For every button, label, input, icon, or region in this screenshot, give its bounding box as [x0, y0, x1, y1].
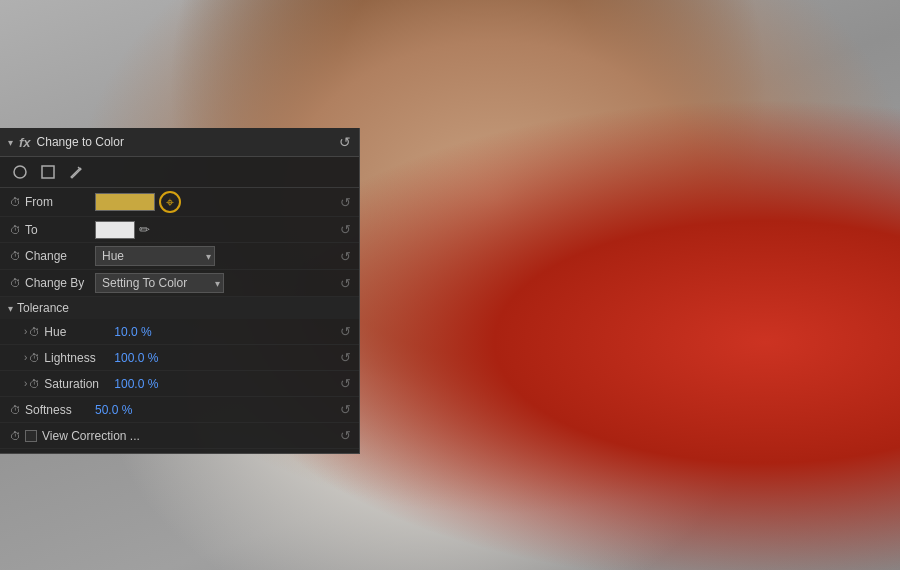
- hue-value[interactable]: 10.0 %: [114, 325, 151, 339]
- from-label: From: [25, 195, 95, 209]
- saturation-value[interactable]: 100.0 %: [114, 377, 158, 391]
- hue-expander[interactable]: ›: [24, 326, 27, 337]
- saturation-timer-icon[interactable]: ⏱: [29, 378, 40, 390]
- change-by-label: Change By: [25, 276, 95, 290]
- saturation-label: Saturation: [44, 377, 114, 391]
- change-dropdown-wrapper: Hue Hue & Saturation Color All: [95, 246, 215, 266]
- change-reset-button[interactable]: ↺: [340, 249, 351, 264]
- view-correction-row: ⏱ View Correction ... ↺: [0, 423, 359, 449]
- svg-point-0: [14, 166, 26, 178]
- softness-reset-button[interactable]: ↺: [340, 402, 351, 417]
- from-reset-button[interactable]: ↺: [340, 195, 351, 210]
- to-row: ⏱ To ✏ ↺: [0, 217, 359, 243]
- change-dropdown[interactable]: Hue Hue & Saturation Color All: [95, 246, 215, 266]
- svg-rect-1: [42, 166, 54, 178]
- saturation-reset-button[interactable]: ↺: [340, 376, 351, 391]
- collapse-arrow[interactable]: ▾: [8, 137, 13, 148]
- to-label: To: [25, 223, 95, 237]
- hue-reset-button[interactable]: ↺: [340, 324, 351, 339]
- to-pen-icon[interactable]: ✏: [139, 222, 150, 237]
- pen-tool[interactable]: [66, 162, 86, 182]
- softness-row: ⏱ Softness 50.0 % ↺: [0, 397, 359, 423]
- hue-row: › ⏱ Hue 10.0 % ↺: [0, 319, 359, 345]
- fx-badge: fx: [19, 135, 31, 150]
- lightness-label: Lightness: [44, 351, 114, 365]
- change-by-dropdown-wrapper: Setting To Color Changing Color By: [95, 273, 224, 293]
- softness-timer-icon[interactable]: ⏱: [10, 404, 21, 416]
- tools-row: [0, 157, 359, 188]
- lightness-row: › ⏱ Lightness 100.0 % ↺: [0, 345, 359, 371]
- change-label: Change: [25, 249, 95, 263]
- softness-value[interactable]: 50.0 %: [95, 403, 132, 417]
- view-correction-label: View Correction ...: [42, 429, 140, 443]
- from-timer-icon[interactable]: ⏱: [10, 196, 21, 208]
- view-correction-reset-button[interactable]: ↺: [340, 428, 351, 443]
- ellipse-tool[interactable]: [10, 162, 30, 182]
- panel-header: ▾ fx Change to Color ↺: [0, 128, 359, 157]
- panel-title: Change to Color: [37, 135, 333, 149]
- lightness-value[interactable]: 100.0 %: [114, 351, 158, 365]
- hue-label: Hue: [44, 325, 114, 339]
- change-timer-icon[interactable]: ⏱: [10, 250, 21, 262]
- saturation-expander[interactable]: ›: [24, 378, 27, 389]
- change-by-row: ⏱ Change By Setting To Color Changing Co…: [0, 270, 359, 297]
- change-to-color-panel: ▾ fx Change to Color ↺ ⏱ From ⌖: [0, 128, 360, 454]
- view-correction-checkbox[interactable]: [25, 430, 37, 442]
- change-by-dropdown[interactable]: Setting To Color Changing Color By: [95, 273, 224, 293]
- change-by-reset-button[interactable]: ↺: [340, 276, 351, 291]
- to-timer-icon[interactable]: ⏱: [10, 224, 21, 236]
- hue-timer-icon[interactable]: ⏱: [29, 326, 40, 338]
- lightness-reset-button[interactable]: ↺: [340, 350, 351, 365]
- lightness-expander[interactable]: ›: [24, 352, 27, 363]
- rectangle-tool[interactable]: [38, 162, 58, 182]
- to-reset-button[interactable]: ↺: [340, 222, 351, 237]
- tolerance-label: Tolerance: [17, 301, 69, 315]
- view-correction-timer-icon[interactable]: ⏱: [10, 430, 21, 442]
- from-row: ⏱ From ⌖ ↺: [0, 188, 359, 217]
- view-correction-container: View Correction ...: [25, 429, 140, 443]
- softness-label: Softness: [25, 403, 95, 417]
- lightness-timer-icon[interactable]: ⏱: [29, 352, 40, 364]
- tolerance-section-header[interactable]: ▾ Tolerance: [0, 297, 359, 319]
- tolerance-collapse-arrow: ▾: [8, 303, 13, 314]
- saturation-row: › ⏱ Saturation 100.0 % ↺: [0, 371, 359, 397]
- eyedropper-ring[interactable]: ⌖: [159, 191, 181, 213]
- to-color-swatch[interactable]: [95, 221, 135, 239]
- from-color-swatch[interactable]: [95, 193, 155, 211]
- change-row: ⏱ Change Hue Hue & Saturation Color All …: [0, 243, 359, 270]
- change-by-timer-icon[interactable]: ⏱: [10, 277, 21, 289]
- panel-reset-button[interactable]: ↺: [339, 134, 351, 150]
- eyedropper-icon: ⌖: [166, 194, 174, 211]
